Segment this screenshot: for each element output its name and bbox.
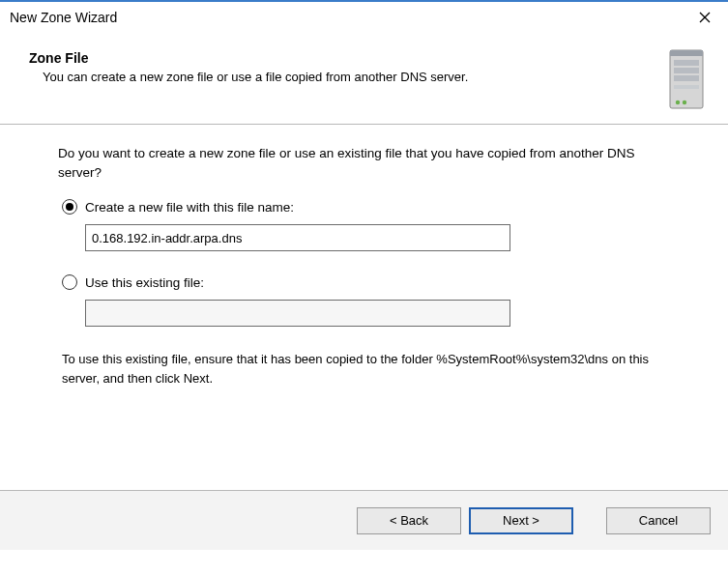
window-title: New Zone Wizard — [10, 10, 117, 25]
header-description: You can create a new zone file or use a … — [29, 70, 664, 84]
radio-create-new-label: Create a new file with this file name: — [85, 200, 294, 215]
radio-create-new[interactable] — [62, 199, 77, 215]
svg-rect-3 — [670, 50, 703, 56]
cancel-button[interactable]: Cancel — [606, 507, 711, 534]
next-button[interactable]: Next > — [469, 507, 573, 534]
option-use-existing-file[interactable]: Use this existing file: — [62, 274, 670, 290]
svg-rect-7 — [674, 85, 699, 89]
radio-use-existing[interactable] — [62, 274, 77, 290]
create-file-name-input[interactable] — [85, 224, 510, 251]
title-bar: New Zone Wizard — [0, 0, 728, 33]
back-button[interactable]: < Back — [357, 507, 461, 534]
wizard-footer: < Back Next > Cancel — [0, 490, 728, 550]
existing-file-hint: To use this existing file, ensure that i… — [62, 350, 670, 388]
svg-point-9 — [683, 101, 686, 104]
svg-point-8 — [676, 101, 680, 104]
dns-server-icon — [664, 44, 713, 114]
prompt-text: Do you want to create a new zone file or… — [58, 144, 670, 182]
close-button[interactable] — [684, 3, 726, 32]
radio-use-existing-label: Use this existing file: — [85, 275, 204, 290]
svg-rect-6 — [674, 75, 699, 81]
wizard-body: Do you want to create a new zone file or… — [0, 125, 728, 490]
existing-file-name-input — [85, 300, 510, 327]
svg-rect-4 — [674, 60, 699, 66]
option-create-new-file[interactable]: Create a new file with this file name: — [62, 199, 670, 215]
header-title: Zone File — [29, 50, 664, 66]
close-icon — [699, 12, 711, 23]
svg-rect-5 — [674, 68, 699, 73]
wizard-header: Zone File You can create a new zone file… — [0, 33, 728, 125]
